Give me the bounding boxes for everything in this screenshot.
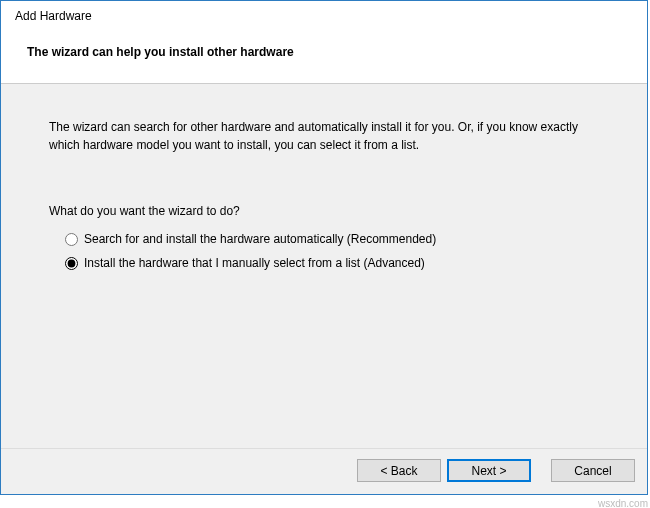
back-button[interactable]: < Back: [357, 459, 441, 482]
option-manual[interactable]: Install the hardware that I manually sel…: [65, 256, 599, 270]
cancel-button[interactable]: Cancel: [551, 459, 635, 482]
next-button[interactable]: Next >: [447, 459, 531, 482]
wizard-question: What do you want the wizard to do?: [49, 204, 599, 218]
watermark: wsxdn.com: [598, 498, 648, 508]
window-title: Add Hardware: [15, 9, 633, 23]
content-area: The wizard can search for other hardware…: [1, 84, 647, 448]
radio-manual[interactable]: [65, 257, 78, 270]
option-manual-label: Install the hardware that I manually sel…: [84, 256, 425, 270]
wizard-description: The wizard can search for other hardware…: [49, 118, 599, 154]
option-auto-label: Search for and install the hardware auto…: [84, 232, 436, 246]
options-group: Search for and install the hardware auto…: [49, 232, 599, 270]
header-area: Add Hardware The wizard can help you ins…: [1, 1, 647, 83]
radio-auto[interactable]: [65, 233, 78, 246]
option-auto[interactable]: Search for and install the hardware auto…: [65, 232, 599, 246]
button-bar: < Back Next > Cancel: [1, 448, 647, 494]
page-subtitle: The wizard can help you install other ha…: [15, 45, 633, 59]
add-hardware-wizard: Add Hardware The wizard can help you ins…: [0, 0, 648, 495]
